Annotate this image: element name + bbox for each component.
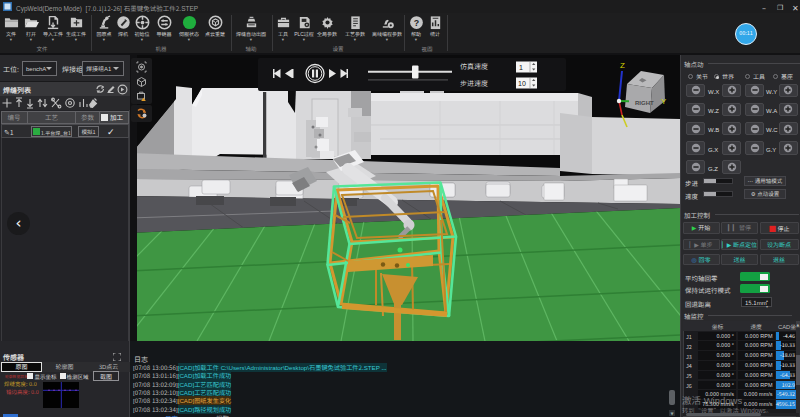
svg-text:Y: Y <box>661 97 667 106</box>
svg-text:?: ? <box>413 18 418 28</box>
svg-text:1: 1 <box>519 64 523 71</box>
svg-text:步进速度: 步进速度 <box>460 78 488 88</box>
svg-text:仿真速度: 仿真速度 <box>460 61 488 71</box>
svg-text:10: 10 <box>518 80 526 87</box>
svg-text:Z: Z <box>620 61 625 70</box>
svg-text:RIGHT: RIGHT <box>635 100 654 106</box>
